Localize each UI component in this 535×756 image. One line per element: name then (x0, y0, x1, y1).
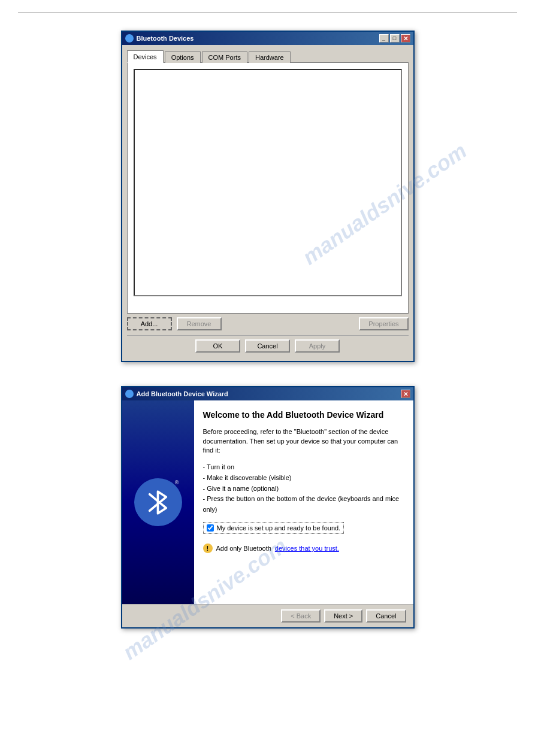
bluetooth-devices-body: Devices Options COM Ports Hardware (122, 45, 413, 361)
wizard-body: ® Welcome to the Add Bluetooth Device Wi… (122, 400, 413, 604)
wizard-steps: - Turn it on - Make it discoverable (vis… (203, 462, 404, 515)
add-button[interactable]: Add... (127, 317, 172, 330)
bluetooth-devices-title-bar: Bluetooth Devices _ □ ✕ (122, 32, 413, 45)
bluetooth-devices-wrapper: Bluetooth Devices _ □ ✕ Devices Optio (0, 31, 535, 362)
next-button[interactable]: Next > (324, 609, 362, 623)
properties-button[interactable]: Properties (359, 317, 408, 330)
wizard-left-panel: ® (122, 400, 194, 604)
tab-com-ports[interactable]: COM Ports (202, 51, 247, 63)
wizard-footer: < Back Next > Cancel (122, 604, 413, 627)
wizard-close-button[interactable]: ✕ (401, 390, 410, 398)
bluetooth-symbol-icon (141, 486, 174, 519)
wizard-title-bar: Add Bluetooth Device Wizard ✕ (122, 387, 413, 400)
step-4: - Press the button on the bottom of the … (203, 494, 404, 515)
ready-checkbox[interactable] (207, 524, 214, 532)
close-button[interactable]: ✕ (401, 34, 410, 42)
bluetooth-devices-dialog: Bluetooth Devices _ □ ✕ Devices Optio (121, 31, 415, 362)
title-bar-buttons: _ □ ✕ (379, 34, 410, 42)
page-container: Bluetooth Devices _ □ ✕ Devices Optio (0, 0, 535, 756)
bluetooth-title-icon (125, 34, 134, 42)
remove-button[interactable]: Remove (177, 317, 222, 330)
registered-mark: ® (175, 479, 179, 485)
maximize-button[interactable]: □ (390, 34, 400, 42)
step-3: - Give it a name (optional) (203, 484, 404, 494)
wizard-right-panel: Welcome to the Add Bluetooth Device Wiza… (194, 400, 413, 604)
tab-devices[interactable]: Devices (127, 50, 164, 63)
checkbox-wrapper: My device is set up and ready to be foun… (203, 522, 404, 534)
step-2: - Make it discoverable (visible) (203, 473, 404, 484)
wizard-heading: Welcome to the Add Bluetooth Device Wiza… (203, 409, 404, 420)
devices-tab-panel (127, 62, 409, 314)
add-bluetooth-wizard-dialog: Add Bluetooth Device Wizard ✕ ® (121, 386, 415, 629)
ok-button[interactable]: OK (195, 339, 240, 353)
device-list[interactable] (134, 69, 402, 296)
bluetooth-devices-title: Bluetooth Devices (137, 35, 194, 42)
minimize-button[interactable]: _ (379, 34, 389, 42)
tab-hardware[interactable]: Hardware (249, 51, 291, 63)
back-button[interactable]: < Back (281, 609, 321, 623)
tab-bar: Devices Options COM Ports Hardware (127, 50, 409, 62)
step-1: - Turn it on (203, 462, 404, 473)
top-rule (18, 12, 517, 13)
wizard-title-icon (125, 390, 134, 398)
title-bar-text-group: Bluetooth Devices (125, 34, 194, 42)
ready-to-found-label[interactable]: My device is set up and ready to be foun… (203, 522, 344, 534)
bluetooth-logo: ® (134, 478, 182, 526)
tab-options[interactable]: Options (165, 51, 201, 63)
wizard-cancel-button[interactable]: Cancel (366, 609, 406, 623)
security-text: Add only Bluetooth (216, 545, 271, 552)
dialog-footer: OK Cancel Apply (127, 335, 409, 356)
device-action-buttons: Add... Remove Properties (127, 317, 409, 330)
wizard-title-buttons: ✕ (401, 390, 410, 398)
add-wizard-wrapper: Add Bluetooth Device Wizard ✕ ® (0, 386, 535, 629)
wizard-intro: Before proceeding, refer to the "Bluetoo… (203, 427, 404, 455)
cancel-button[interactable]: Cancel (245, 339, 290, 353)
security-icon: ! (203, 544, 213, 553)
security-link[interactable]: devices that you trust. (275, 545, 339, 552)
wizard-title-text-group: Add Bluetooth Device Wizard (125, 390, 228, 398)
security-row: ! Add only Bluetooth devices that you tr… (203, 544, 404, 553)
apply-button[interactable]: Apply (295, 339, 340, 353)
checkbox-label-text: My device is set up and ready to be foun… (217, 524, 341, 532)
wizard-dialog-title: Add Bluetooth Device Wizard (137, 390, 228, 397)
